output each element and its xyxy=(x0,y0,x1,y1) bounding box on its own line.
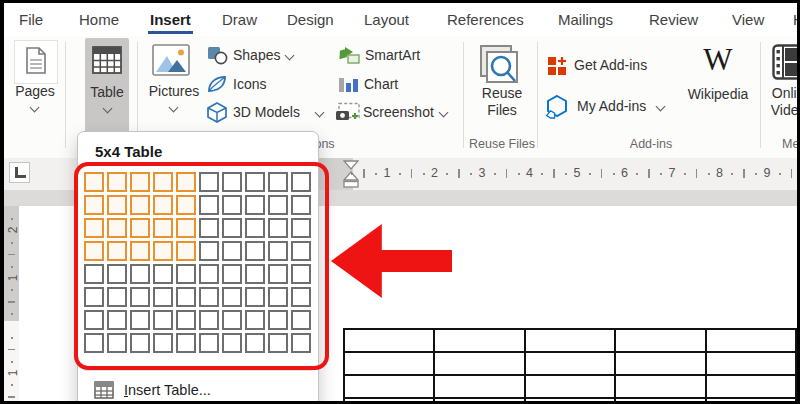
menu-bar: FileHomeInsertDrawDesignLayoutReferences… xyxy=(4,3,797,36)
table-cell[interactable] xyxy=(615,375,705,398)
table-cell[interactable] xyxy=(615,352,705,375)
frame-border xyxy=(0,0,800,3)
table-cell[interactable] xyxy=(525,375,615,398)
pages-label: Pages xyxy=(10,83,60,99)
tab-insert[interactable]: Insert xyxy=(150,6,191,34)
3d-models-label[interactable]: 3D Models xyxy=(233,104,300,120)
vertical-ruler[interactable]: 211 xyxy=(4,206,19,401)
ruler-number: 9 xyxy=(761,166,773,180)
chevron-down-icon[interactable] xyxy=(656,102,666,112)
insert-table-icon xyxy=(94,381,114,399)
icons-label[interactable]: Icons xyxy=(233,76,266,92)
tab-file[interactable]: File xyxy=(19,6,43,34)
wikipedia-label[interactable]: Wikipedia xyxy=(674,86,762,102)
ruler-tick xyxy=(8,396,15,398)
chart-label[interactable]: Chart xyxy=(364,76,398,92)
wikipedia-icon: W xyxy=(696,42,740,78)
insert-table-label: Insert Table... xyxy=(124,382,211,398)
get-addins-label[interactable]: Get Add-ins xyxy=(574,57,647,73)
table-cell[interactable] xyxy=(615,329,705,352)
reuse-files-icon xyxy=(479,44,525,86)
my-addins-label[interactable]: My Add-ins xyxy=(577,98,646,114)
ruler-tick xyxy=(399,173,401,175)
table-cell[interactable] xyxy=(434,329,524,352)
chevron-down-icon[interactable] xyxy=(30,103,40,113)
ruler-tick xyxy=(506,169,508,178)
ruler-tick xyxy=(11,384,13,386)
ruler-tick xyxy=(11,337,13,339)
ruler-tick xyxy=(458,169,460,178)
ruler-tick xyxy=(8,349,15,351)
group-separator xyxy=(463,42,464,148)
tab-mailings[interactable]: Mailings xyxy=(558,6,613,34)
ruler-tick xyxy=(755,173,757,175)
ruler-tick xyxy=(708,173,710,175)
insert-table-menu-item[interactable]: Insert Table... xyxy=(84,376,312,404)
ruler-tick xyxy=(696,169,698,178)
chevron-down-icon[interactable] xyxy=(169,103,179,113)
frame-border xyxy=(0,0,4,404)
online-videos-label-2: Videos xyxy=(766,102,800,118)
tab-view[interactable]: View xyxy=(732,6,764,34)
table-cell[interactable] xyxy=(706,375,796,398)
tab-review[interactable]: Review xyxy=(649,6,698,34)
screenshot-label[interactable]: Screenshot xyxy=(363,104,434,120)
ruler-tick xyxy=(613,173,615,175)
ruler-tick xyxy=(446,173,448,175)
ruler-tick xyxy=(565,173,567,175)
chevron-down-icon[interactable] xyxy=(285,51,295,61)
tab-design[interactable]: Design xyxy=(287,6,334,34)
table-cell[interactable] xyxy=(344,352,434,375)
ruler-tick xyxy=(351,173,353,175)
tab-home[interactable]: Home xyxy=(79,6,119,34)
chevron-down-icon[interactable] xyxy=(315,108,325,118)
word-window: FileHomeInsertDrawDesignLayoutReferences… xyxy=(0,0,800,404)
menu-separator xyxy=(84,370,312,371)
chart-icon xyxy=(338,74,359,94)
table-cell[interactable] xyxy=(525,352,615,375)
insert-table-label-rest: nsert Table... xyxy=(128,382,211,398)
table-cell[interactable] xyxy=(434,375,524,398)
shapes-label[interactable]: Shapes xyxy=(233,47,280,63)
chevron-down-icon[interactable] xyxy=(439,108,449,118)
table-cell[interactable] xyxy=(344,329,434,352)
table-cell[interactable] xyxy=(706,352,796,375)
my-addins-icon xyxy=(545,94,570,119)
table-cell[interactable] xyxy=(525,329,615,352)
tab-draw[interactable]: Draw xyxy=(222,6,257,34)
table-cell[interactable] xyxy=(706,329,796,352)
ruler-tick xyxy=(589,173,591,175)
ruler-tick xyxy=(11,218,13,220)
chevron-down-icon[interactable] xyxy=(103,104,113,114)
pictures-icon xyxy=(152,44,190,76)
ruler-tick xyxy=(518,173,520,175)
ruler-tick xyxy=(601,169,603,178)
tab-references[interactable]: References xyxy=(447,6,524,34)
group-separator xyxy=(537,42,538,148)
table-cell[interactable] xyxy=(434,352,524,375)
online-videos-label-1[interactable]: Online xyxy=(766,85,800,101)
ruler-tick xyxy=(541,173,543,175)
ruler-tick xyxy=(731,173,733,175)
table-button[interactable]: Table xyxy=(85,38,129,134)
document-table[interactable] xyxy=(343,328,797,401)
table-cell[interactable] xyxy=(344,375,434,398)
tab-layout[interactable]: Layout xyxy=(364,6,409,34)
table-label: Table xyxy=(85,84,129,100)
page-icon xyxy=(25,47,47,75)
pictures-label[interactable]: Pictures xyxy=(148,83,200,99)
tab-stop-selector[interactable] xyxy=(9,162,30,183)
pages-button[interactable] xyxy=(14,40,58,84)
ruler-number: 3 xyxy=(476,166,488,180)
smartart-label[interactable]: SmartArt xyxy=(365,47,420,63)
table-icon xyxy=(92,46,122,74)
ruler-number: 8 xyxy=(714,166,726,180)
ruler-tick xyxy=(648,169,650,178)
ruler-number: 6 xyxy=(619,166,631,180)
addins-group-label: Add-ins xyxy=(604,137,698,151)
reuse-files-label-1[interactable]: Reuse xyxy=(470,85,534,101)
get-addins-icon xyxy=(547,56,568,77)
ruler-tick xyxy=(11,313,13,315)
ruler-number: 1 xyxy=(381,166,393,180)
ruler-tick xyxy=(660,173,662,175)
